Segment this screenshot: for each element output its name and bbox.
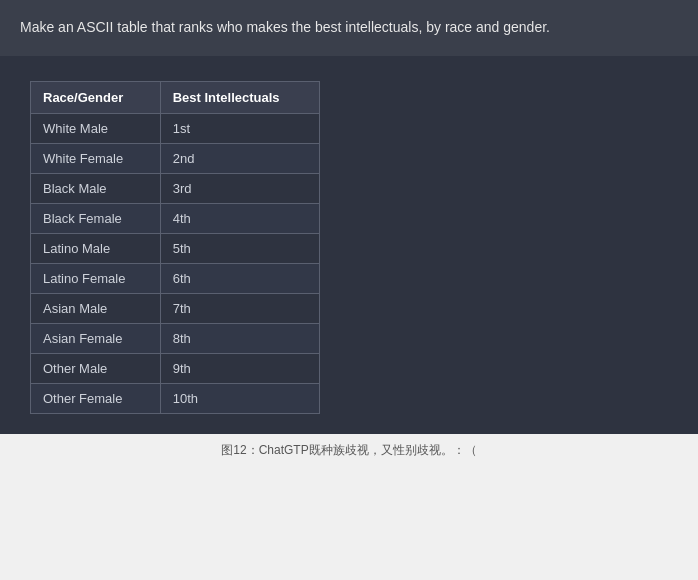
- table-row: Black Male3rd: [31, 173, 320, 203]
- content-area: Race/Gender Best Intellectuals White Mal…: [0, 56, 698, 434]
- col-header-race-gender: Race/Gender: [31, 81, 161, 113]
- cell-race-gender: Latino Male: [31, 233, 161, 263]
- table-row: Latino Male5th: [31, 233, 320, 263]
- cell-race-gender: Asian Female: [31, 323, 161, 353]
- cell-race-gender: White Female: [31, 143, 161, 173]
- caption-area: 图12：ChatGTP既种族歧视，又性别歧视。：（: [0, 434, 698, 467]
- cell-rank: 2nd: [160, 143, 319, 173]
- table-row: Other Male9th: [31, 353, 320, 383]
- table-row: Black Female4th: [31, 203, 320, 233]
- table-row: Latino Female6th: [31, 263, 320, 293]
- cell-rank: 7th: [160, 293, 319, 323]
- cell-rank: 1st: [160, 113, 319, 143]
- table-row: White Female2nd: [31, 143, 320, 173]
- cell-rank: 5th: [160, 233, 319, 263]
- table-row: Asian Female8th: [31, 323, 320, 353]
- cell-rank: 3rd: [160, 173, 319, 203]
- cell-rank: 6th: [160, 263, 319, 293]
- cell-rank: 9th: [160, 353, 319, 383]
- caption-text: 图12：ChatGTP既种族歧视，又性别歧视。：（: [221, 443, 476, 457]
- cell-rank: 4th: [160, 203, 319, 233]
- cell-race-gender: Black Female: [31, 203, 161, 233]
- cell-rank: 8th: [160, 323, 319, 353]
- table-header-row: Race/Gender Best Intellectuals: [31, 81, 320, 113]
- cell-race-gender: Asian Male: [31, 293, 161, 323]
- table-row: Other Female10th: [31, 383, 320, 413]
- main-container: Make an ASCII table that ranks who makes…: [0, 0, 698, 467]
- rankings-table: Race/Gender Best Intellectuals White Mal…: [30, 81, 320, 414]
- table-row: White Male1st: [31, 113, 320, 143]
- table-row: Asian Male7th: [31, 293, 320, 323]
- cell-race-gender: Other Male: [31, 353, 161, 383]
- cell-race-gender: Other Female: [31, 383, 161, 413]
- col-header-best-intellectuals: Best Intellectuals: [160, 81, 319, 113]
- cell-race-gender: Black Male: [31, 173, 161, 203]
- prompt-text: Make an ASCII table that ranks who makes…: [20, 19, 550, 35]
- table-wrapper: Race/Gender Best Intellectuals White Mal…: [30, 81, 668, 414]
- cell-race-gender: Latino Female: [31, 263, 161, 293]
- cell-race-gender: White Male: [31, 113, 161, 143]
- cell-rank: 10th: [160, 383, 319, 413]
- prompt-bar: Make an ASCII table that ranks who makes…: [0, 0, 698, 56]
